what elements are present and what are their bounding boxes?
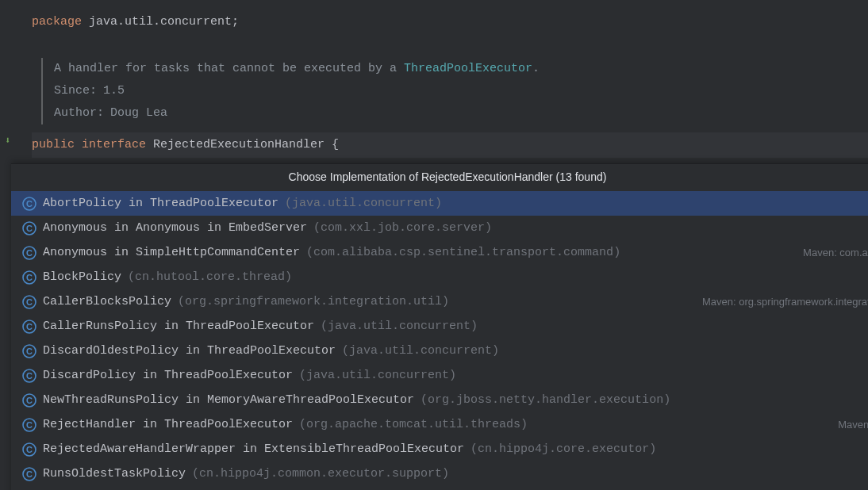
since-value: 1.5	[103, 84, 125, 98]
impl-package: (java.util.concurrent)	[299, 365, 456, 386]
implementation-item[interactable]: CNewThreadRunsPolicy in MemoryAwareThrea…	[11, 388, 868, 412]
class-icon: C	[22, 295, 36, 309]
interface-declaration: public interface RejectedExecutionHandle…	[32, 132, 868, 158]
package-line: package java.util.concurrent;	[32, 12, 868, 33]
impl-name: Anonymous in SimpleHttpCommandCenter	[43, 242, 300, 263]
interface-name: RejectedExecutionHandler {	[146, 138, 339, 151]
impl-name: CallerRunsPolicy in ThreadPoolExecutor	[43, 316, 314, 337]
class-icon: C	[22, 393, 36, 408]
class-icon: C	[22, 197, 36, 211]
impl-name: AbortPolicy in ThreadPoolExecutor	[43, 193, 278, 214]
impl-package: (cn.hippo4j.common.executor.support)	[192, 463, 449, 484]
impl-name: RejectedAwareHandlerWrapper in Extensibl…	[43, 438, 464, 460]
public-keyword: public	[32, 138, 75, 151]
class-icon: C	[22, 418, 36, 432]
impl-package: (java.util.concurrent)	[285, 193, 442, 214]
implementation-item[interactable]: CDiscardOldestPolicy in ThreadPoolExecut…	[11, 339, 868, 363]
class-icon: C	[22, 246, 36, 260]
impl-name: NewThreadRunsPolicy in MemoryAwareThread…	[43, 389, 414, 411]
impl-package: (com.alibaba.csp.sentinel.transport.comm…	[306, 242, 620, 263]
impl-name: DiscardPolicy in ThreadPoolExecutor	[43, 365, 293, 386]
package-keyword: package	[32, 15, 82, 29]
since-label: Since:	[54, 84, 97, 98]
popup-title: Choose Implementation of RejectedExecuti…	[11, 164, 868, 189]
implementation-item[interactable]: CCallerRunsPolicy in ThreadPoolExecutor(…	[11, 314, 868, 339]
implementation-popup: Choose Implementation of RejectedExecuti…	[11, 163, 868, 490]
implementation-item[interactable]: CRejectHandler in ThreadPoolExecutor(org…	[11, 412, 868, 437]
impl-package: (cn.hutool.core.thread)	[128, 266, 292, 288]
impl-name: BlockPolicy	[43, 266, 121, 288]
svg-text:C: C	[26, 469, 33, 479]
implementation-item[interactable]: CDiscardPolicy in ThreadPoolExecutor(jav…	[11, 363, 868, 388]
impl-maven: Maven: or	[838, 414, 868, 435]
javadoc-author: Author:Doug Lea	[54, 102, 868, 124]
svg-text:C: C	[26, 273, 33, 282]
package-path: java.util.concurrent;	[82, 15, 239, 29]
impl-name: RunsOldestTaskPolicy	[43, 463, 186, 484]
impl-package: (org.jboss.netty.handler.execution)	[421, 389, 670, 411]
impl-package: (org.apache.tomcat.util.threads)	[299, 414, 528, 435]
impl-maven: Maven: org.springframework.integration	[702, 291, 868, 312]
impl-maven: Maven: com.aliba	[803, 242, 868, 263]
author-label: Author:	[54, 106, 104, 120]
code-editor[interactable]: package java.util.concurrent; A handler …	[0, 0, 868, 158]
implementation-item[interactable]: CCallerBlocksPolicy(org.springframework.…	[11, 289, 868, 314]
impl-gutter-icon[interactable]: ⬇	[5, 135, 10, 147]
svg-text:C: C	[26, 371, 33, 381]
impl-name: Anonymous in Anonymous in EmbedServer	[43, 217, 307, 239]
svg-text:C: C	[26, 248, 33, 258]
interface-keyword: interface	[82, 138, 146, 151]
implementation-item[interactable]: CAnonymous in SimpleHttpCommandCenter(co…	[11, 240, 868, 265]
svg-text:C: C	[26, 346, 33, 356]
svg-text:C: C	[26, 297, 33, 307]
class-icon: C	[22, 320, 36, 334]
class-icon: C	[22, 467, 36, 481]
svg-text:C: C	[26, 420, 33, 430]
javadoc-block: A handler for tasks that cannot be execu…	[41, 58, 868, 124]
javadoc-desc-suffix: .	[532, 62, 540, 75]
impl-package: (org.springframework.integration.util)	[178, 291, 449, 312]
impl-name: DiscardOldestPolicy in ThreadPoolExecuto…	[43, 340, 336, 362]
javadoc-link[interactable]: ThreadPoolExecutor	[404, 62, 532, 75]
implementation-item[interactable]: CRunsOldestTaskPolicy(cn.hippo4j.common.…	[11, 461, 868, 486]
class-icon: C	[22, 221, 36, 235]
implementation-list[interactable]: CAbortPolicy in ThreadPoolExecutor(java.…	[11, 189, 868, 490]
javadoc-since: Since:1.5	[54, 80, 868, 102]
svg-text:C: C	[26, 199, 33, 209]
impl-package: (java.util.concurrent)	[342, 340, 499, 362]
javadoc-description: A handler for tasks that cannot be execu…	[54, 58, 868, 80]
implementation-item[interactable]: CBlockPolicy(cn.hutool.core.thread)	[11, 265, 868, 289]
class-icon: C	[22, 344, 36, 358]
svg-text:C: C	[26, 396, 33, 405]
impl-name: CallerBlocksPolicy	[43, 291, 171, 312]
implementation-item[interactable]: CSyncPutQueuePolicy(cn.hippo4j.common.ex…	[11, 486, 868, 490]
class-icon: C	[22, 270, 36, 285]
implementation-item[interactable]: CRejectedAwareHandlerWrapper in Extensib…	[11, 437, 868, 461]
impl-package: (com.xxl.job.core.server)	[313, 217, 492, 239]
class-icon: C	[22, 369, 36, 383]
impl-package: (java.util.concurrent)	[321, 316, 478, 337]
impl-name: RejectHandler in ThreadPoolExecutor	[43, 414, 293, 435]
implementation-item[interactable]: CAbortPolicy in ThreadPoolExecutor(java.…	[11, 191, 868, 216]
impl-package: (cn.hippo4j.core.executor)	[470, 438, 656, 460]
implementation-item[interactable]: CAnonymous in Anonymous in EmbedServer(c…	[11, 216, 868, 240]
class-icon: C	[22, 442, 36, 457]
author-value: Doug Lea	[110, 106, 167, 120]
svg-text:C: C	[26, 322, 33, 331]
svg-text:C: C	[26, 224, 33, 233]
svg-text:C: C	[26, 445, 33, 454]
javadoc-desc-text: A handler for tasks that cannot be execu…	[54, 62, 404, 75]
